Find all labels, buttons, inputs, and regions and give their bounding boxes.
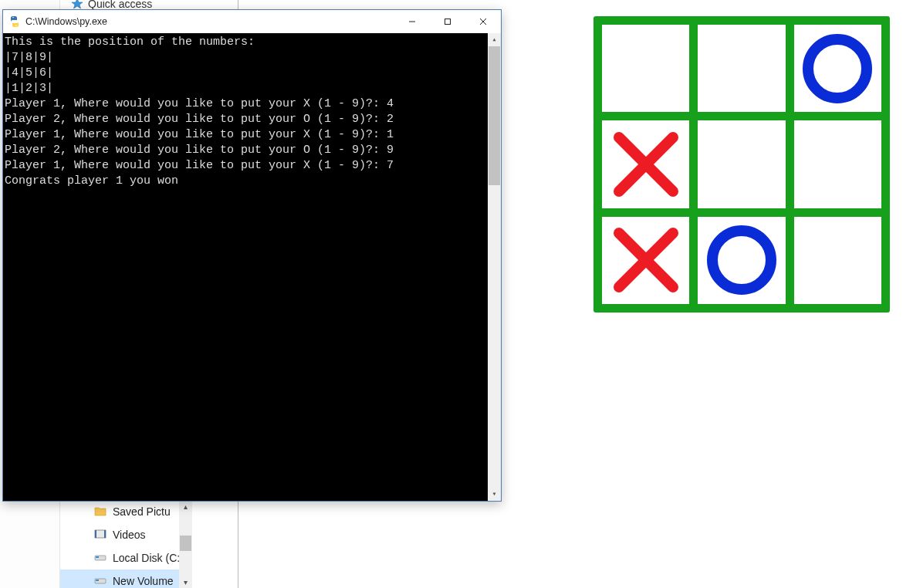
svg-rect-2 — [95, 530, 96, 538]
tictactoe-grid — [602, 25, 881, 304]
console-output: This is the position of the numbers: |7|… — [3, 35, 488, 189]
x-mark-icon — [607, 221, 685, 299]
console-body[interactable]: This is the position of the numbers: |7|… — [3, 33, 501, 501]
scroll-down-icon[interactable]: ▾ — [488, 488, 501, 501]
tictactoe-cell-1[interactable] — [602, 217, 689, 304]
sidebar-item-label: New Volume — [113, 575, 174, 587]
svg-point-9 — [15, 25, 17, 27]
tictactoe-cell-4[interactable] — [602, 120, 689, 208]
explorer-scrollbar[interactable]: ▴ ▾ — [179, 500, 192, 588]
python-icon — [8, 15, 21, 28]
tictactoe-cell-5[interactable] — [698, 120, 785, 208]
o-mark-icon — [799, 30, 876, 107]
sidebar-item-videos[interactable]: Videos — [60, 523, 191, 546]
folder-icon — [94, 505, 107, 519]
scroll-down-icon[interactable]: ▾ — [179, 576, 192, 588]
sidebar-item-label: Local Disk (C: — [113, 552, 180, 564]
sidebar-item-label: Saved Pictu — [113, 505, 171, 518]
svg-point-8 — [12, 17, 14, 19]
scroll-up-icon[interactable]: ▴ — [179, 500, 192, 512]
tictactoe-board — [593, 16, 890, 313]
tictactoe-cell-9[interactable] — [794, 25, 881, 112]
o-mark-icon — [703, 221, 780, 299]
videos-icon — [94, 529, 107, 542]
maximize-button[interactable] — [430, 10, 465, 33]
tictactoe-cell-7[interactable] — [602, 25, 689, 112]
svg-rect-5 — [96, 556, 99, 558]
tictactoe-cell-8[interactable] — [698, 25, 785, 112]
x-mark-icon — [607, 126, 685, 203]
svg-marker-0 — [72, 0, 83, 8]
svg-point-19 — [712, 231, 771, 289]
drive-icon — [94, 575, 107, 588]
titlebar[interactable]: C:\Windows\py.exe — [3, 10, 501, 33]
close-button[interactable] — [465, 10, 501, 33]
drive-icon — [94, 552, 107, 565]
tictactoe-cell-6[interactable] — [794, 120, 881, 208]
window-controls — [394, 10, 501, 33]
sidebar-item-saved-pictures[interactable]: Saved Pictu — [60, 500, 191, 523]
console-scrollbar[interactable]: ▴ ▾ — [488, 33, 501, 501]
tictactoe-cell-2[interactable] — [698, 217, 785, 304]
svg-rect-7 — [96, 580, 99, 581]
window-title: C:\Windows\py.exe — [25, 16, 394, 27]
scroll-thumb[interactable] — [180, 536, 191, 551]
sidebar-item-label: Videos — [113, 529, 146, 541]
console-window: C:\Windows\py.exe This is the position o… — [2, 9, 502, 502]
sidebar-item-local-disk[interactable]: Local Disk (C: — [60, 546, 191, 569]
svg-rect-1 — [95, 530, 106, 538]
svg-point-14 — [808, 39, 867, 98]
tictactoe-cell-3[interactable] — [794, 217, 881, 304]
minimize-button[interactable] — [394, 10, 430, 33]
scroll-up-icon[interactable]: ▴ — [488, 33, 501, 46]
explorer-list: Saved Pictu Videos Local Disk (C: N — [60, 500, 191, 588]
svg-rect-3 — [104, 530, 106, 538]
svg-rect-11 — [445, 19, 451, 25]
scroll-track[interactable] — [179, 512, 192, 576]
sidebar-item-new-volume[interactable]: New Volume — [60, 569, 191, 588]
scroll-thumb[interactable] — [489, 46, 500, 185]
